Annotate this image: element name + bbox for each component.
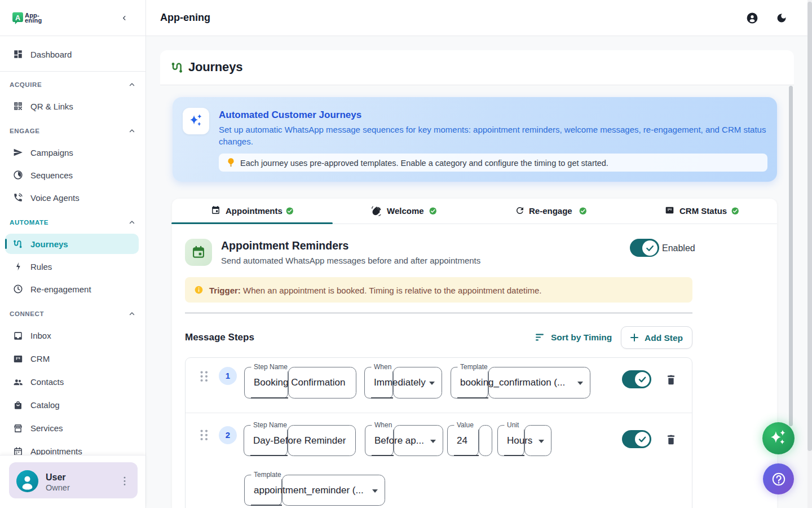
svg-text:A: A [15,14,20,22]
